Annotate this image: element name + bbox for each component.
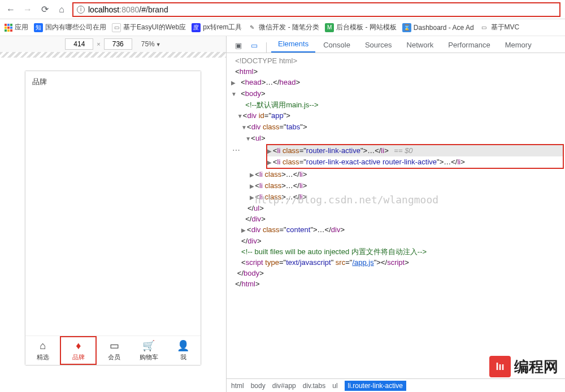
info-icon[interactable]: i [77,6,85,14]
home-icon[interactable]: ⌂ [55,3,68,16]
phone-tabbar: ⌂精选 ♦品牌 ▭会员 🛒购物车 👤我 [25,336,201,365]
dimension-x: × [97,41,100,47]
bookmark-item[interactable]: M后台模板 - 网站模板 [325,23,397,32]
bookmark-label: 后台模板 - 网站模板 [336,23,397,32]
devtools-tabbar: ▣ ▭ Elements Console Sources Network Per… [227,36,565,53]
bookmark-icon: ✎ [247,23,257,32]
bookmark-item[interactable]: ▭基于MVC [480,23,520,32]
bookmark-icon: ⌛ [402,23,411,32]
bookmark-label: 微信开发 - 随笔分类 [259,23,319,32]
breadcrumb[interactable]: html body div#app div.tabs ul li.router-… [227,378,565,392]
apps-icon [5,24,12,32]
bookmark-label: Dashboard - Ace Ad [414,24,474,32]
bookmark-item[interactable]: ⌛Dashboard - Ace Ad [402,23,474,32]
url-path: /#/brand [139,5,168,14]
crumb-item[interactable]: body [251,382,266,390]
reload-icon[interactable]: ⟳ [38,3,51,16]
cart-icon: 🛒 [142,339,155,352]
bookmark-item[interactable]: ▭基于EasyUI的Web应 [112,23,186,32]
bookmark-item[interactable]: ✎微信开发 - 随笔分类 [247,23,319,32]
tab-network[interactable]: Network [400,37,441,53]
bookmark-label: 国内有哪些公司在用 [45,23,106,32]
crumb-item[interactable]: ul [332,382,337,390]
tab-performance[interactable]: Performance [441,37,497,53]
crumb-item-active[interactable]: li.router-link-active [345,381,406,391]
back-icon[interactable]: ← [5,3,17,16]
url-port: :8080 [119,5,139,14]
tab-member[interactable]: ▭会员 [97,336,131,365]
bookmark-label: 基于EasyUI的Web应 [123,23,186,32]
forward-icon: → [21,3,34,16]
crumb-item[interactable]: html [231,382,244,390]
device-toggle-icon[interactable]: ▭ [247,38,262,53]
ruler-stripes [0,52,226,58]
bookmark-icon: 度 [192,23,201,32]
bookmarks-bar: 应用 知国内有哪些公司在用 ▭基于EasyUI的Web应 度px转rem工具 ✎… [0,19,565,36]
page-title: 品牌 [25,71,201,93]
browser-navbar: ← → ⟳ ⌂ i localhost:8080/#/brand [0,0,565,19]
diamond-icon: ♦ [76,340,81,352]
bookmark-item[interactable]: 知国内有哪些公司在用 [34,23,106,32]
home-icon: ⌂ [40,340,46,352]
bookmark-label: 基于MVC [491,23,520,32]
device-size-toolbar: × 75%▼ [0,36,226,52]
tab-memory[interactable]: Memory [498,37,538,53]
brand-logo: lıı 编程网 [489,356,558,377]
tab-console[interactable]: Console [316,37,357,53]
phone-frame: 品牌 ⌂精选 ♦品牌 ▭会员 🛒购物车 👤我 [25,71,201,365]
brand-icon: lıı [489,356,511,377]
tab-sources[interactable]: Sources [358,37,399,53]
tab-brand[interactable]: ♦品牌 [60,336,97,365]
tab-cart[interactable]: 🛒购物车 [132,336,166,365]
bookmark-label: 应用 [15,23,28,32]
tab-featured[interactable]: ⌂精选 [25,336,60,365]
device-preview-pane: × 75%▼ 品牌 ⌂精选 ♦品牌 ▭会员 🛒购物车 👤我 [0,36,226,392]
user-icon: 👤 [177,339,189,352]
devtools-pane: ▣ ▭ Elements Console Sources Network Per… [226,36,565,392]
crumb-item[interactable]: div#app [272,382,296,390]
device-height-input[interactable] [104,38,132,50]
dom-tree[interactable]: <!DOCTYPE html> <html> ▶ <head>…</head> … [227,53,565,378]
url-bar[interactable]: i localhost:8080/#/brand [72,2,560,17]
bookmark-label: px转rem工具 [203,23,242,32]
bookmark-icon: M [325,23,334,32]
bookmark-icon: 知 [34,23,43,32]
url-host: localhost [88,5,119,14]
tab-me[interactable]: 👤我 [166,336,201,365]
apps-button[interactable]: 应用 [5,23,28,32]
zoom-select[interactable]: 75%▼ [141,40,161,48]
bookmark-item[interactable]: 度px转rem工具 [192,23,242,32]
crumb-item[interactable]: div.tabs [303,382,325,390]
bookmark-icon: ▭ [112,23,121,32]
card-icon: ▭ [110,339,119,352]
inspect-icon[interactable]: ▣ [231,38,246,53]
tab-elements[interactable]: Elements [271,36,315,53]
bookmark-icon: ▭ [480,23,489,32]
device-width-input[interactable] [65,38,93,50]
